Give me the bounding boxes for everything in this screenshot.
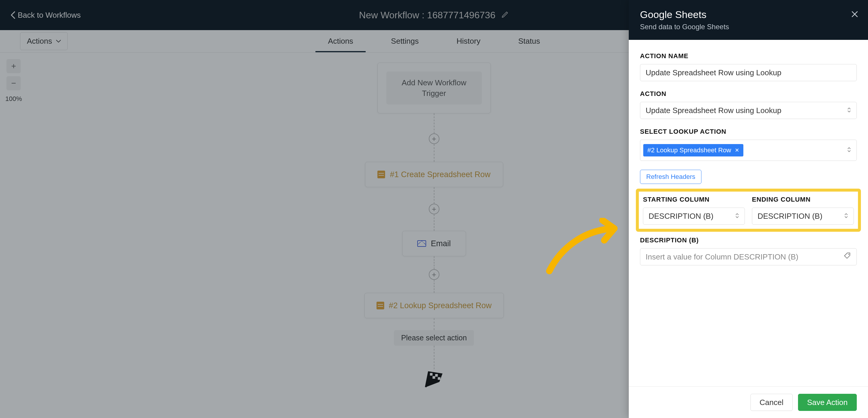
panel-header: Google Sheets Send data to Google Sheets bbox=[629, 0, 868, 40]
starting-column-select[interactable]: DESCRIPTION (B) bbox=[643, 207, 745, 225]
save-action-button[interactable]: Save Action bbox=[798, 394, 857, 411]
select-action-placeholder[interactable]: Please select action bbox=[394, 330, 474, 346]
connector-line bbox=[434, 346, 434, 369]
header-title-wrap: New Workflow : 1687771496736 bbox=[359, 10, 509, 21]
close-icon bbox=[851, 10, 859, 18]
cancel-button[interactable]: Cancel bbox=[750, 394, 793, 411]
svg-rect-2 bbox=[432, 376, 435, 379]
node-lookup-spreadsheet-row[interactable]: #2 Lookup Spreadsheet Row bbox=[364, 293, 503, 318]
tab-status[interactable]: Status bbox=[499, 30, 559, 52]
remove-chip-button[interactable]: ✕ bbox=[735, 147, 739, 154]
svg-rect-3 bbox=[438, 377, 440, 380]
caret-updown-icon bbox=[847, 147, 851, 154]
field-action: Action Update Spreadsheet Row using Look… bbox=[640, 90, 857, 119]
caret-updown-icon bbox=[844, 212, 848, 221]
panel-subtitle: Send data to Google Sheets bbox=[640, 23, 857, 31]
spreadsheet-icon bbox=[377, 171, 385, 178]
lookup-chip: #2 Lookup Spreadsheet Row ✕ bbox=[643, 144, 743, 156]
field-description-b: Description (B) Insert a value for Colum… bbox=[640, 236, 857, 265]
select-lookup-label: Select Lookup Action bbox=[640, 128, 857, 135]
tab-actions[interactable]: Actions bbox=[309, 30, 372, 52]
node-email[interactable]: Email bbox=[402, 231, 466, 256]
node-label: Email bbox=[431, 239, 451, 248]
back-to-workflows-link[interactable]: Back to Workflows bbox=[11, 11, 81, 20]
pencil-icon[interactable] bbox=[501, 11, 509, 20]
ending-column-label: Ending Column bbox=[752, 196, 854, 203]
zoom-controls: + − 100% bbox=[5, 59, 22, 103]
tab-history[interactable]: History bbox=[438, 30, 499, 52]
panel-body: Action Name Update Spreadsheet Row using… bbox=[629, 40, 868, 386]
caret-updown-icon bbox=[847, 106, 851, 115]
field-starting-column: Starting Column DESCRIPTION (B) bbox=[643, 196, 745, 225]
tabs: Actions Settings History Status bbox=[309, 30, 559, 52]
starting-column-label: Starting Column bbox=[643, 196, 745, 203]
connector-line bbox=[434, 144, 434, 162]
workflow-title: New Workflow : 1687771496736 bbox=[359, 10, 496, 21]
back-link-label: Back to Workflows bbox=[18, 11, 81, 20]
svg-point-4 bbox=[848, 254, 849, 255]
add-trigger-button[interactable]: Add New Workflow Trigger bbox=[386, 71, 482, 104]
add-step-button[interactable]: + bbox=[429, 269, 439, 280]
connector-line bbox=[434, 187, 434, 204]
chevron-left-icon bbox=[11, 11, 16, 19]
add-step-button[interactable]: + bbox=[429, 133, 439, 144]
zoom-percent: 100% bbox=[5, 95, 22, 103]
actions-dropdown-label: Actions bbox=[27, 37, 52, 46]
action-label: Action bbox=[640, 90, 857, 98]
description-b-label: Description (B) bbox=[640, 236, 857, 244]
node-label: #2 Lookup Spreadsheet Row bbox=[389, 301, 491, 310]
connector-line bbox=[434, 214, 434, 231]
add-step-button[interactable]: + bbox=[429, 204, 439, 214]
node-label: #1 Create Spreadsheet Row bbox=[390, 170, 491, 179]
flow-column: Add New Workflow Trigger + #1 Create Spr… bbox=[364, 63, 503, 388]
finish-flag-icon bbox=[424, 369, 445, 388]
close-panel-button[interactable] bbox=[851, 10, 859, 20]
svg-rect-0 bbox=[430, 373, 432, 376]
action-name-input[interactable]: Update Spreadsheet Row using Lookup bbox=[640, 64, 857, 81]
action-name-label: Action Name bbox=[640, 52, 857, 60]
ending-column-select[interactable]: DESCRIPTION (B) bbox=[752, 207, 854, 225]
action-panel: Google Sheets Send data to Google Sheets… bbox=[629, 0, 868, 418]
panel-title: Google Sheets bbox=[640, 9, 857, 20]
refresh-headers-button[interactable]: Refresh Headers bbox=[640, 170, 702, 184]
action-select[interactable]: Update Spreadsheet Row using Lookup bbox=[640, 102, 857, 119]
spreadsheet-icon bbox=[376, 302, 384, 309]
chevron-down-icon bbox=[56, 40, 61, 43]
columns-highlight: Starting Column DESCRIPTION (B) Ending C… bbox=[636, 189, 861, 232]
zoom-in-button[interactable]: + bbox=[6, 59, 21, 73]
field-select-lookup: Select Lookup Action #2 Lookup Spreadshe… bbox=[640, 128, 857, 161]
connector-line bbox=[434, 280, 434, 293]
svg-rect-1 bbox=[435, 374, 438, 377]
field-ending-column: Ending Column DESCRIPTION (B) bbox=[752, 196, 854, 225]
connector-line bbox=[434, 318, 434, 330]
app-root: Back to Workflows New Workflow : 1687771… bbox=[0, 0, 868, 418]
lookup-chip-input[interactable]: #2 Lookup Spreadsheet Row ✕ bbox=[640, 140, 857, 161]
description-b-input[interactable]: Insert a value for Column DESCRIPTION (B… bbox=[640, 248, 857, 265]
zoom-out-button[interactable]: − bbox=[6, 76, 21, 90]
tag-icon[interactable] bbox=[843, 252, 851, 262]
trigger-box: Add New Workflow Trigger bbox=[377, 63, 491, 114]
node-create-spreadsheet-row[interactable]: #1 Create Spreadsheet Row bbox=[365, 162, 503, 187]
tab-settings[interactable]: Settings bbox=[372, 30, 438, 52]
field-action-name: Action Name Update Spreadsheet Row using… bbox=[640, 52, 857, 81]
connector-line bbox=[434, 114, 434, 133]
actions-dropdown[interactable]: Actions bbox=[20, 32, 68, 50]
panel-footer: Cancel Save Action bbox=[629, 386, 868, 418]
caret-updown-icon bbox=[735, 212, 739, 221]
email-icon bbox=[417, 240, 426, 247]
connector-line bbox=[434, 256, 434, 269]
